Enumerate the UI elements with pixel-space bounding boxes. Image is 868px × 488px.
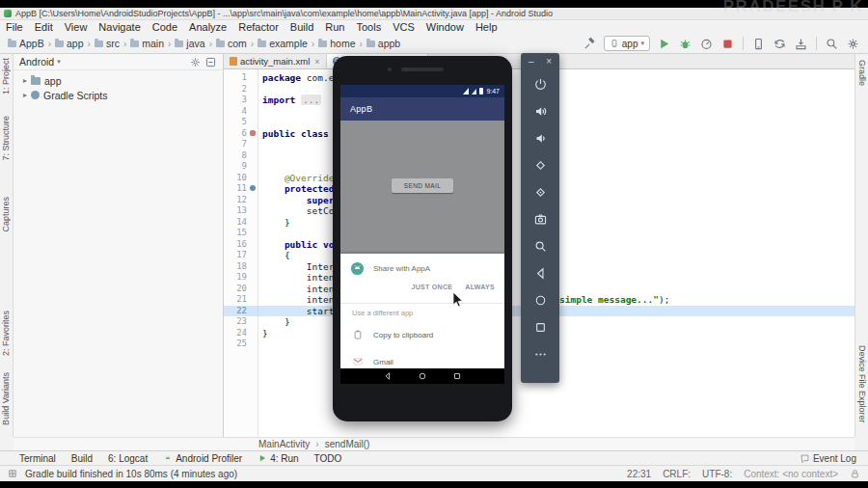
stop-icon[interactable]	[720, 37, 735, 51]
editor-gutter[interactable]: 1234567891011121314151617181920212223242…	[224, 69, 258, 437]
sdk-icon[interactable]	[794, 37, 808, 51]
close-button[interactable]: ×	[546, 56, 552, 67]
share-target-row[interactable]: Share with AppA	[350, 261, 430, 276]
run-config-selector[interactable]: app▾	[604, 36, 650, 51]
tool-tab-device-file-explorer[interactable]: Device File Explorer	[857, 345, 867, 423]
breadcrumb-appb[interactable]: appb	[366, 38, 400, 49]
tool-tab-todo[interactable]: TODO	[314, 453, 342, 464]
tool-tab-2-favorites[interactable]: 2: Favorites	[1, 311, 11, 356]
line-number[interactable]: 8	[242, 150, 247, 162]
menu-item-vcs[interactable]: VCS	[387, 20, 420, 34]
line-number[interactable]: 7	[242, 139, 247, 150]
breadcrumb-appb[interactable]: AppB	[8, 38, 44, 49]
lock-icon[interactable]	[850, 469, 860, 479]
encoding[interactable]: UTF-8:	[702, 469, 732, 479]
menu-item-run[interactable]: Run	[319, 20, 350, 34]
breadcrumb-java[interactable]: java	[175, 38, 204, 49]
emu-back-button[interactable]	[533, 266, 548, 281]
breadcrumb-com[interactable]: com	[216, 38, 247, 49]
tool-window-switcher-icon[interactable]	[8, 469, 17, 478]
line-number[interactable]: 3	[242, 95, 247, 106]
emu-volume-down-button[interactable]	[533, 131, 548, 146]
share-item-copy-to-clipboard[interactable]: Copy to clipboard	[352, 327, 433, 342]
tool-tab-1-project[interactable]: 1: Project	[1, 58, 11, 95]
menu-item-file[interactable]: File	[0, 20, 29, 34]
line-number[interactable]: 13	[236, 205, 247, 217]
emu-zoom-button[interactable]	[533, 239, 548, 254]
breadcrumb-app[interactable]: app	[55, 38, 84, 49]
always-button[interactable]: ALWAYS	[465, 284, 495, 290]
emu-volume-up-button[interactable]	[533, 104, 548, 119]
phone-screen[interactable]: 9:47 AppB SEND MAIL Share with AppA JUST…	[340, 85, 504, 384]
share-item-gmail[interactable]: Gmail	[352, 354, 393, 368]
collapse-all-icon[interactable]	[204, 56, 217, 68]
emu-rotate-left-button[interactable]	[533, 158, 548, 173]
breadcrumb-example[interactable]: example	[258, 38, 308, 49]
line-number[interactable]: 15	[236, 228, 247, 239]
line-number[interactable]: 18	[236, 261, 247, 273]
line-number[interactable]: 4	[242, 106, 247, 118]
line-number[interactable]: 25	[236, 339, 247, 350]
emu-more-button[interactable]	[533, 347, 548, 362]
menu-item-help[interactable]: Help	[470, 20, 503, 34]
tool-tab-build[interactable]: Build	[71, 453, 93, 464]
emu-rotate-right-button[interactable]	[533, 185, 548, 200]
emu-overview-button[interactable]	[533, 320, 548, 335]
event-log-button[interactable]: Event Log	[800, 453, 856, 464]
menu-item-view[interactable]: View	[59, 20, 94, 34]
line-number[interactable]: 24	[236, 328, 247, 339]
menu-item-refactor[interactable]: Refactor	[232, 20, 285, 34]
nav-back-button[interactable]	[383, 371, 393, 381]
line-number[interactable]: 17	[236, 250, 247, 261]
avd-icon[interactable]	[751, 37, 766, 51]
nav-home-button[interactable]	[418, 371, 427, 381]
menu-item-edit[interactable]: Edit	[29, 20, 59, 34]
debug-icon[interactable]	[678, 37, 692, 51]
send-mail-button[interactable]: SEND MAIL	[392, 178, 453, 193]
breadcrumb-method[interactable]: sendMail()	[325, 439, 370, 449]
just-once-button[interactable]: JUST ONCE	[412, 284, 453, 290]
line-number[interactable]: 6	[242, 128, 247, 140]
emu-screenshot-button[interactable]	[533, 212, 548, 227]
line-number[interactable]: 11	[236, 183, 247, 195]
project-item-gradle-scripts[interactable]: ▸Gradle Scripts	[14, 88, 223, 102]
line-number[interactable]: 5	[242, 117, 247, 128]
line-number[interactable]: 16	[236, 239, 247, 251]
menu-item-window[interactable]: Window	[420, 20, 470, 34]
tool-tab-4-run[interactable]: 4: Run	[258, 453, 298, 464]
breadcrumb-class[interactable]: MainActivity	[258, 439, 310, 449]
breadcrumb-src[interactable]: src	[95, 38, 120, 49]
menu-item-build[interactable]: Build	[285, 20, 319, 34]
sync-icon[interactable]	[773, 37, 787, 51]
search-icon[interactable]	[825, 37, 839, 51]
line-number[interactable]: 14	[236, 217, 247, 229]
line-number[interactable]: 12	[236, 195, 247, 206]
minimize-button[interactable]: –	[529, 56, 534, 67]
tool-tab-android-profiler[interactable]: Android Profiler	[163, 453, 242, 464]
close-icon[interactable]: ×	[314, 57, 319, 67]
tool-tab-build-variants[interactable]: Build Variants	[1, 372, 11, 425]
settings-icon[interactable]	[846, 37, 860, 51]
line-number[interactable]: 23	[236, 316, 247, 328]
menu-item-tools[interactable]: Tools	[350, 20, 387, 34]
tool-tab-gradle[interactable]: Gradle	[857, 60, 867, 86]
hammer-icon[interactable]	[583, 37, 597, 51]
tool-tab-7-structure[interactable]: 7: Structure	[1, 116, 11, 161]
line-number[interactable]: 20	[236, 284, 247, 295]
menu-item-navigate[interactable]: Navigate	[93, 20, 146, 34]
line-number[interactable]: 9	[242, 161, 247, 173]
caret-position[interactable]: 22:31	[627, 469, 651, 479]
run-icon[interactable]	[657, 37, 671, 51]
profiler-icon[interactable]	[699, 37, 714, 51]
project-view-selector[interactable]: Android	[19, 56, 54, 68]
tool-tab-captures[interactable]: Captures	[1, 197, 11, 232]
line-number[interactable]: 21	[236, 294, 247, 306]
nav-overview-button[interactable]	[452, 371, 462, 381]
settings-icon[interactable]	[189, 56, 202, 68]
editor-tab-activity-main-xml[interactable]: activity_main.xml×	[224, 54, 327, 68]
menu-item-analyze[interactable]: Analyze	[183, 20, 232, 34]
emu-home-button[interactable]	[533, 293, 548, 308]
tool-tab-6-logcat[interactable]: 6: Logcat	[108, 453, 148, 464]
menu-item-code[interactable]: Code	[147, 20, 183, 34]
line-number[interactable]: 2	[242, 84, 247, 95]
